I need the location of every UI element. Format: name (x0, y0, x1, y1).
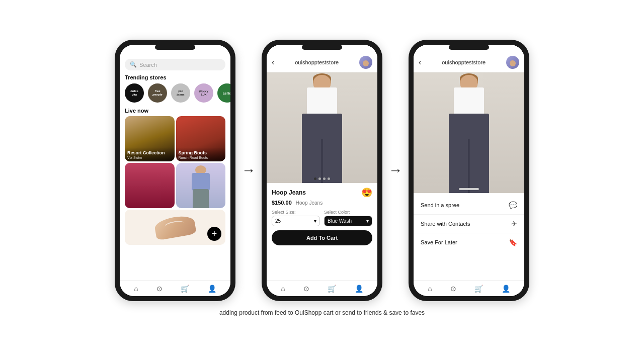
portrait-shirt (307, 87, 337, 115)
phone2-bottom-nav: ⌂ ⊙ 🛒 👤 (267, 280, 377, 296)
phone2-notch (302, 45, 342, 50)
add-to-cart-button[interactable]: Add To Cart (272, 230, 372, 245)
share-portrait-seam (468, 139, 470, 193)
size-label: Select Size: (272, 210, 320, 215)
product-tag: Hoop Jeans (296, 200, 323, 206)
live-grid-row2 (120, 163, 230, 208)
live-item-spring-title: Spring Boots (179, 150, 223, 156)
live-item-resort-subtitle: Via Swim (127, 156, 172, 159)
size-chevron-icon: ▾ (314, 218, 316, 224)
store-free-people[interactable]: freepeople (148, 83, 167, 103)
dot-3 (323, 177, 326, 180)
store-aerie[interactable]: aerie (217, 83, 230, 103)
user-avatar[interactable] (359, 56, 372, 69)
portrait-pants-seam (321, 139, 323, 183)
store-winky-lux[interactable]: WINKYLUX (194, 83, 213, 103)
live-item-resort-overlay: Resort Collection Via Swim (125, 147, 175, 161)
live-grid-row1: Resort Collection Via Swim Spring Boots … (120, 116, 230, 161)
shoe-section: + (120, 210, 230, 245)
live-now-label: Live now (120, 108, 230, 116)
search-bar[interactable]: 🔍 Search (125, 59, 225, 70)
cart-icon[interactable]: 🛒 (181, 285, 189, 293)
dot-4 (328, 177, 330, 180)
add-fab-button[interactable]: + (207, 227, 221, 241)
send-in-spree-option[interactable]: Send in a spree 💬 (414, 196, 524, 215)
share-options-sheet: Send in a spree 💬 Share with Contacts ✈ … (414, 193, 524, 280)
size-value: 25 (275, 218, 281, 224)
store-pro-jeans[interactable]: projeans (171, 83, 190, 103)
share-contacts-label: Share with Contacts (421, 221, 470, 227)
profile-icon[interactable]: 👤 (208, 285, 216, 293)
dot-2 (318, 177, 321, 180)
search-input: Search (139, 62, 157, 68)
live-item-row2a[interactable] (125, 163, 175, 208)
phone2-screen: ‹ ouishoppteststore (267, 45, 377, 296)
live-item-spring-boots[interactable]: Spring Boots Ranch Road Boots (176, 116, 226, 161)
phone1-bottom-nav: ⌂ ⊙ 🛒 👤 (120, 280, 230, 296)
phone1-content: 🔍 Search Trending stores dolcevita freep… (120, 45, 230, 280)
save-for-later-option[interactable]: Save For Later 🔖 (414, 233, 524, 251)
phone-2: ‹ ouishoppteststore (262, 40, 382, 301)
phone3-notch (449, 45, 489, 50)
live-item-resort-title: Resort Collection (127, 150, 172, 156)
phone1-notch (155, 45, 195, 50)
user-avatar-3[interactable] (506, 56, 519, 69)
trending-stores-label: Trending stores (120, 74, 230, 83)
image-dots (314, 177, 330, 180)
cart-icon-3[interactable]: 🛒 (474, 285, 483, 293)
store-dolce-vita[interactable]: dolcevita (125, 83, 144, 103)
color-value: Blue Wash (328, 218, 352, 224)
store-name-3: ouishoppteststore (442, 59, 486, 65)
live-item-resort[interactable]: Resort Collection Via Swim (125, 116, 175, 161)
share-portrait (414, 72, 524, 193)
trending-stores-row: dolcevita freepeople projeans WINKYLUX a… (120, 83, 230, 108)
live-item-spring-overlay: Spring Boots Ranch Road Boots (176, 147, 226, 161)
product-price: $150.00 (272, 200, 292, 206)
profile-icon-2[interactable]: 👤 (355, 285, 363, 293)
back-button-3[interactable]: ‹ (419, 58, 421, 67)
arrow-1: → (242, 162, 256, 178)
search-icon: 🔍 (130, 61, 137, 68)
reaction-emoji[interactable]: 😍 (361, 187, 372, 198)
product-name: Hoop Jeans (272, 189, 306, 196)
cart-icon-2[interactable]: 🛒 (328, 285, 336, 293)
share-contacts-option[interactable]: Share with Contacts ✈ (414, 215, 524, 233)
phone3-screen: ‹ ouishoppteststore (414, 45, 524, 296)
color-chevron-icon: ▾ (366, 218, 369, 224)
home-icon-3[interactable]: ⌂ (428, 285, 432, 293)
send-in-spree-label: Send in a spree (421, 202, 459, 208)
shoe-laces (164, 220, 185, 231)
save-for-later-label: Save For Later (421, 239, 457, 245)
size-dropdown[interactable]: 25 ▾ (272, 216, 320, 226)
phone-3: ‹ ouishoppteststore (409, 40, 529, 301)
arrow-2: → (388, 162, 403, 178)
search-nav-icon-3[interactable]: ⊙ (450, 285, 456, 293)
store-name: ouishoppteststore (295, 59, 339, 65)
portrait-pants (302, 114, 342, 183)
main-scene: 🔍 Search Trending stores dolcevita freep… (115, 40, 529, 301)
sheet-handle (459, 188, 479, 190)
profile-icon-3[interactable]: 👤 (502, 285, 510, 293)
home-icon[interactable]: ⌂ (134, 285, 138, 293)
search-nav-icon[interactable]: ⊙ (156, 285, 163, 293)
size-selector-group: Select Size: 25 ▾ (272, 210, 320, 226)
live-item-spring-subtitle: Ranch Road Boots (179, 156, 223, 159)
search-nav-icon-2[interactable]: ⊙ (303, 285, 309, 293)
back-button[interactable]: ‹ (272, 58, 274, 67)
caption: adding product from feed to OuiShopp car… (219, 308, 425, 317)
share-portrait-shirt (454, 87, 484, 115)
product-portrait (267, 72, 377, 183)
contacts-icon: ✈ (511, 220, 517, 228)
color-dropdown[interactable]: Blue Wash ▾ (324, 216, 372, 226)
home-icon-2[interactable]: ⌂ (281, 285, 285, 293)
product-info: Hoop Jeans 😍 $150.00 Hoop Jeans Select S… (267, 183, 377, 280)
phone3-content: ‹ ouishoppteststore (414, 45, 524, 280)
product-price-row: $150.00 Hoop Jeans (272, 200, 372, 206)
share-portrait-pants (449, 114, 489, 193)
color-selector-group: Select Color: Blue Wash ▾ (324, 210, 372, 226)
phone3-bottom-nav: ⌂ ⊙ 🛒 👤 (414, 280, 524, 296)
phone1-screen: 🔍 Search Trending stores dolcevita freep… (120, 45, 230, 296)
live-item-row2b[interactable] (176, 163, 226, 208)
bookmark-icon: 🔖 (509, 238, 517, 246)
color-label: Select Color: (324, 210, 372, 215)
